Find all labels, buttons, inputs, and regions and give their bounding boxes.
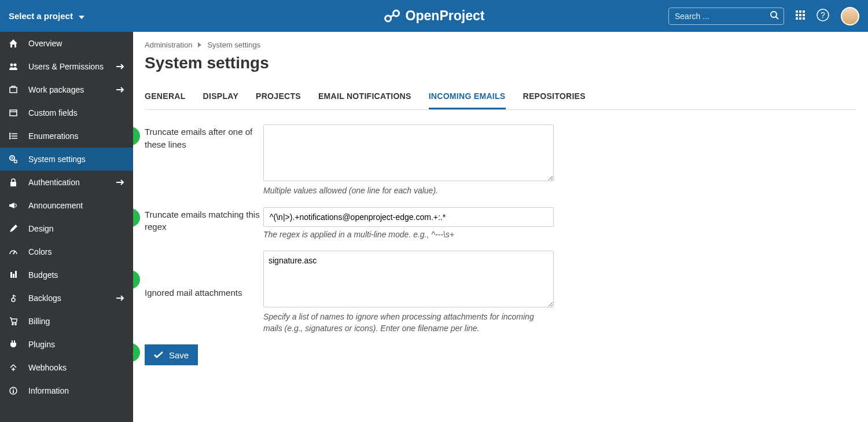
- search-icon[interactable]: [770, 10, 779, 21]
- svg-rect-6: [796, 14, 798, 16]
- search-input[interactable]: [675, 12, 778, 21]
- arrow-right-icon: [116, 293, 124, 303]
- sidebar-item-overview[interactable]: Overview: [0, 32, 133, 55]
- svg-text:?: ?: [821, 10, 825, 20]
- sidebar-item-webhooks[interactable]: Webhooks: [0, 356, 133, 379]
- sidebar-item-plugins[interactable]: Plugins: [0, 333, 133, 356]
- arrow-right-icon: [116, 62, 124, 71]
- annotation-badge: 4: [133, 343, 140, 362]
- sidebar-item-work-packages[interactable]: Work packages: [0, 78, 133, 101]
- work-packages-icon: [9, 86, 18, 94]
- budget-icon: [9, 271, 18, 279]
- avatar[interactable]: [841, 7, 859, 25]
- sidebar-item-billing[interactable]: Billing: [0, 310, 133, 333]
- gears-icon: [9, 155, 18, 163]
- sidebar-item-label: Enumerations: [28, 131, 78, 141]
- svg-point-1: [393, 10, 399, 16]
- tab-incoming-emails[interactable]: INCOMING EMAILS: [429, 87, 506, 109]
- brand: OpenProject: [384, 8, 485, 24]
- help-icon[interactable]: ?: [816, 9, 829, 23]
- search-box[interactable]: [668, 8, 784, 25]
- apps-grid-icon[interactable]: [796, 10, 805, 21]
- sidebar-item-budgets[interactable]: Budgets: [0, 263, 133, 287]
- sidebar-item-announcement[interactable]: Announcement: [0, 194, 133, 217]
- field-truncate-lines: Truncate emails after one of these lines…: [145, 124, 856, 197]
- field-hint: The regex is applied in a multi-line mod…: [263, 229, 554, 241]
- main-content: Administration System settings System se…: [133, 32, 868, 422]
- svg-rect-26: [13, 274, 14, 278]
- svg-rect-16: [10, 87, 17, 93]
- backlogs-icon: [9, 294, 18, 302]
- field-hint: Multiple values allowed (one line for ea…: [263, 185, 554, 197]
- save-button-label: Save: [169, 350, 189, 360]
- svg-rect-17: [10, 110, 17, 116]
- svg-rect-10: [799, 17, 801, 20]
- brand-text: OpenProject: [406, 8, 485, 24]
- sidebar-item-system-settings[interactable]: System settings: [0, 148, 133, 171]
- ignored-attachments-textarea[interactable]: [263, 251, 554, 307]
- sidebar-item-custom-fields[interactable]: Custom fields: [0, 101, 133, 124]
- sidebar-item-backlogs[interactable]: Backlogs: [0, 287, 133, 310]
- lock-icon: [9, 178, 18, 186]
- chevron-right-icon: [198, 41, 201, 49]
- custom-fields-icon: [9, 109, 18, 116]
- breadcrumb-current: System settings: [207, 41, 260, 49]
- sidebar-item-label: Authentication: [28, 178, 80, 187]
- page-title: System settings: [145, 54, 856, 72]
- users-icon: [9, 63, 18, 71]
- sidebar-item-design[interactable]: Design: [0, 217, 133, 240]
- svg-point-2: [771, 12, 777, 17]
- svg-point-30: [15, 324, 16, 325]
- svg-point-14: [10, 64, 13, 67]
- cart-icon: [9, 317, 18, 325]
- field-label: Truncate emails matching this regex: [145, 207, 263, 234]
- sidebar-item-colors[interactable]: Colors: [0, 240, 133, 263]
- check-icon: [154, 350, 163, 360]
- svg-point-15: [14, 64, 17, 67]
- breadcrumb-root[interactable]: Administration: [145, 41, 192, 49]
- tab-projects[interactable]: PROJECTS: [256, 87, 301, 109]
- sidebar-item-label: Work packages: [28, 85, 84, 94]
- field-ignored-attachments: Ignored mail attachments Specify a list …: [145, 251, 856, 334]
- save-button[interactable]: Save: [145, 344, 198, 365]
- sidebar-item-label: Information: [28, 386, 69, 395]
- sidebar-item-authentication[interactable]: Authentication: [0, 171, 133, 194]
- sidebar-item-label: Colors: [28, 247, 52, 256]
- svg-rect-5: [803, 10, 805, 13]
- svg-rect-27: [15, 271, 17, 278]
- svg-point-28: [12, 298, 15, 302]
- svg-rect-4: [799, 10, 801, 13]
- sidebar-item-label: Plugins: [28, 340, 55, 349]
- sidebar-item-label: Budgets: [28, 270, 58, 280]
- sidebar-item-users[interactable]: Users & Permissions: [0, 55, 133, 78]
- sidebar-item-information[interactable]: Information: [0, 379, 133, 402]
- field-label: Truncate emails after one of these lines: [145, 124, 263, 151]
- tab-display[interactable]: DISPLAY: [203, 87, 239, 109]
- tab-general[interactable]: GENERAL: [145, 87, 186, 109]
- tab-repositories[interactable]: REPOSITORIES: [523, 87, 586, 109]
- svg-point-32: [13, 388, 14, 390]
- svg-point-29: [12, 324, 13, 325]
- gauge-icon: [9, 249, 18, 255]
- truncate-regex-input[interactable]: [263, 207, 554, 227]
- svg-point-20: [9, 138, 10, 139]
- annotation-badge: 2: [133, 208, 140, 227]
- info-icon: [9, 387, 18, 395]
- sidebar-item-label: Custom fields: [28, 108, 78, 118]
- sidebar-item-label: Webhooks: [28, 363, 67, 372]
- tab-email-notifications[interactable]: EMAIL NOTIFICATIONS: [318, 87, 411, 109]
- sidebar-item-enumerations[interactable]: Enumerations: [0, 124, 133, 148]
- svg-rect-3: [796, 10, 798, 13]
- truncate-lines-textarea[interactable]: [263, 124, 554, 181]
- svg-point-18: [9, 133, 10, 134]
- field-truncate-regex: Truncate emails matching this regex The …: [145, 207, 856, 241]
- svg-rect-8: [803, 14, 805, 16]
- svg-rect-9: [796, 17, 798, 20]
- svg-point-19: [9, 135, 10, 137]
- sidebar-item-label: Overview: [28, 39, 62, 48]
- svg-rect-24: [10, 182, 16, 186]
- project-selector[interactable]: Select a project: [9, 11, 84, 21]
- annotation-badge: 3: [133, 270, 140, 289]
- svg-rect-25: [10, 272, 12, 278]
- field-label: Ignored mail attachments: [145, 285, 263, 299]
